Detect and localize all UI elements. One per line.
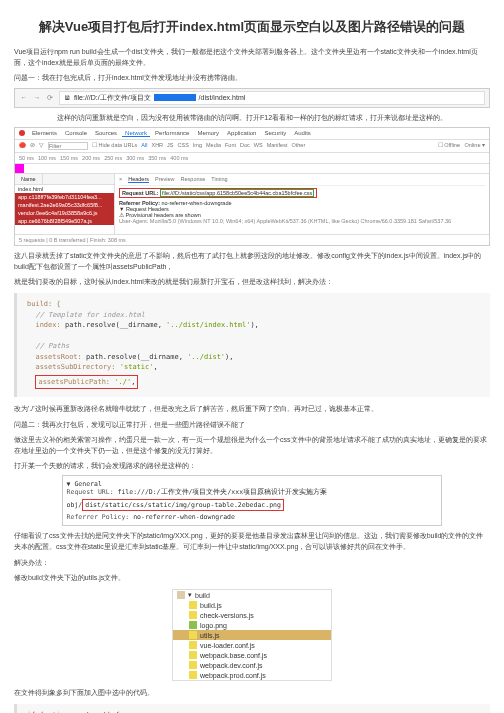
png-icon	[189, 621, 197, 629]
paragraph: 解决办法：	[14, 557, 490, 568]
js-icon	[189, 641, 197, 649]
tree-file[interactable]: webpack.base.conf.js	[173, 650, 331, 660]
list-item[interactable]: app.ce6676b8f28f549e507a.js	[15, 217, 114, 225]
paragraph: 做这里去义补的相关索管习操作，约蛋只是一款一次，有一页一个规想很是为什么一个cs…	[14, 434, 490, 456]
list-item[interactable]: index.html	[15, 185, 114, 193]
tab-headers[interactable]: Headers	[128, 176, 149, 183]
browser-address-bar: ← → ⟳ 🗎 file:///D:/工作文件/项目文 /dist/index.…	[14, 88, 490, 108]
tab-network[interactable]: Network	[122, 130, 150, 137]
tree-folder[interactable]: ▾ build	[173, 590, 331, 600]
general-block: ▼ General Request URL: file:///D:/工作文件/项…	[62, 475, 443, 526]
tab-audits[interactable]: Audits	[291, 130, 314, 136]
timeline: 50 ms100 ms150 ms200 ms250 ms300 ms350 m…	[15, 153, 489, 164]
code-block-2: if (options.extract) { return ExtractTex…	[14, 704, 490, 713]
page-title: 解决Vue项目打包后打开index.html页面显示空白以及图片路径错误的问题	[14, 18, 490, 36]
tree-file[interactable]: build.js	[173, 600, 331, 610]
tab-performance[interactable]: Performance	[152, 130, 192, 136]
tab-response[interactable]: Response	[181, 176, 206, 183]
status-bar: 5 requests | 0 B transferred | Finish: 3…	[15, 234, 489, 245]
devtools-panel: Elements Console Sources Network Perform…	[14, 127, 490, 246]
list-item[interactable]: manifest.2ae2e69a05c33dfc65f8...	[15, 201, 114, 209]
tree-file[interactable]: check-versions.js	[173, 610, 331, 620]
folder-icon	[177, 591, 185, 599]
paragraph: 就是我们要改的目标，这时候从index.html来改的就是我们最新打开宝石，但是…	[14, 276, 490, 287]
js-icon	[189, 601, 197, 609]
tab-preview[interactable]: Preview	[155, 176, 175, 183]
list-item[interactable]: vendor.0ee6c4af19d3858a9c6.js	[15, 209, 114, 217]
tree-file[interactable]: webpack.prod.conf.js	[173, 670, 331, 680]
devtools-tabs: Elements Console Sources Network Perform…	[15, 128, 489, 140]
back-icon[interactable]: ←	[19, 93, 29, 103]
intro-paragraph: Vue项目运行npm run build会生成一个dist文件夹，我们一般都是把…	[14, 46, 490, 68]
paragraph: 修改build文件夹下边的utils.js文件。	[14, 572, 490, 583]
note-1: 这样的访问重新就是空白，因为没有使用被带路由的访问啊。打开F12看看和一样的打包…	[14, 112, 490, 123]
tab-memory[interactable]: Memory	[194, 130, 222, 136]
filter-input[interactable]	[48, 142, 88, 150]
url-field[interactable]: 🗎 file:///D:/工作文件/项目文 /dist/index.html	[59, 91, 485, 105]
paragraph: 打开某一个失败的请求，我们会发现路求的路径是这样的：	[14, 460, 490, 471]
paragraph: 这八目录就丢掉了static文件文件夹的意思了不影响，然后也有了武打包上就参照这…	[14, 250, 490, 272]
request-detail: × Headers Preview Response Timing Reques…	[115, 174, 489, 234]
tree-file[interactable]: vue-loader.conf.js	[173, 640, 331, 650]
js-icon	[189, 661, 197, 669]
js-icon	[189, 631, 197, 639]
request-url-box: Request URL: file:///D:/static/css/app.6…	[119, 188, 317, 198]
problem-1: 问题一：我在打包完成后，打开index.html文件发现地址并没有携带路由。	[14, 72, 490, 83]
tab-console[interactable]: Console	[62, 130, 90, 136]
code-block-1: build: { // Template for index.html inde…	[14, 293, 490, 397]
tree-file[interactable]: logo.png	[173, 620, 331, 630]
tree-file[interactable]: webpack.dev.conf.js	[173, 660, 331, 670]
reload-icon[interactable]: ⟳	[45, 93, 55, 103]
tab-timing[interactable]: Timing	[211, 176, 227, 183]
network-filter-bar: 🔴⊘▽ ☐ Hide data URLs All XHR JS CSS Img …	[15, 140, 489, 153]
paragraph: 在文件得到象多到下面加入图中选中的代码。	[14, 687, 490, 698]
forward-icon[interactable]: →	[32, 93, 42, 103]
request-list: Name index.html app.c118ff7fe39feb7d3110…	[15, 174, 115, 234]
file-icon: 🗎	[64, 94, 71, 101]
record-icon[interactable]	[19, 130, 25, 136]
paragraph: 仔细看设了css文件去找的是同文件夹下的static/img/XXX.png，更…	[14, 530, 490, 552]
js-icon	[189, 651, 197, 659]
tree-file-selected[interactable]: utils.js	[173, 630, 331, 640]
tab-security[interactable]: Security	[261, 130, 289, 136]
paragraph: 改为'./'这时候再重新改路径名就暗牛眈眈了，但是改完之后了解苦苦，然后重下网了…	[14, 403, 490, 414]
js-icon	[189, 611, 197, 619]
file-tree: ▾ build build.js check-versions.js logo.…	[172, 589, 332, 681]
paragraph: 问题二：我再次打包后，发现可以正常打开，但是一些图片路径错误不能了	[14, 419, 490, 430]
tab-elements[interactable]: Elements	[29, 130, 60, 136]
tab-sources[interactable]: Sources	[92, 130, 120, 136]
tab-application[interactable]: Application	[224, 130, 259, 136]
js-icon	[189, 671, 197, 679]
url-masked	[154, 94, 196, 101]
list-item[interactable]: app.c118ff7fe39feb7d31104fea3...	[15, 193, 114, 201]
